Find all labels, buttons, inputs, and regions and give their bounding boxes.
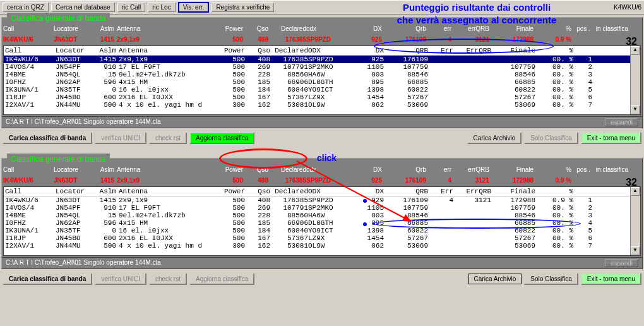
- table-row[interactable]: I2XAV/1JN44MU5004 x 10 el. yagi hm d3001…: [4, 101, 640, 109]
- status-bar-1: C:\A R T I C\Trofeo_ARI\01 Singolo opera…: [2, 116, 642, 128]
- espandi-button-2[interactable]: espandi: [605, 259, 638, 267]
- summary-row-1: IK4WKU/6JN63DT 14152x9,1x9 500408 176385…: [2, 35, 642, 44]
- verifica-unici-button-2[interactable]: verifica UNICI: [95, 273, 146, 285]
- table-row[interactable]: I4VOS/4JN54PF91017 EL F9FT500269107791SP…: [4, 63, 640, 71]
- scroll-down-icon[interactable]: ▼: [631, 246, 640, 255]
- cerca-qrz-button[interactable]: cerca in QRZ: [3, 3, 49, 12]
- panel-classifica-1: Classifica generale di banda CallLocator…: [1, 17, 643, 128]
- table-row[interactable]: I4BMEJN54QL159el.m2+7el.dk7zb50022888560…: [4, 71, 640, 78]
- status-bar-2: C:\A R T I C\Trofeo_ARI\01 Singolo opera…: [2, 257, 642, 269]
- scroll-up-icon[interactable]: ▲: [631, 46, 640, 55]
- carica-archivio-button-2[interactable]: Carica Archivio: [468, 274, 522, 284]
- scroll-up-icon[interactable]: ▲: [631, 187, 640, 196]
- carica-archivio-button-1[interactable]: Carica Archivio: [467, 132, 522, 144]
- aggiorna-classifica-button-2[interactable]: Aggiorna classifica: [189, 273, 254, 285]
- table-row[interactable]: I2XAV/1JN44MU5004 x 10 el. yagi hm d3001…: [4, 242, 640, 250]
- verifica-unici-button-1[interactable]: verifica UNICI: [95, 132, 146, 144]
- table-row[interactable]: IK4WKU/6JN63DT14152x9,1x9500408176385SP9…: [4, 196, 640, 204]
- table-2: CallLocator AslmAntenna PowerQso Declare…: [3, 186, 641, 256]
- solo-classifica-button-1[interactable]: Solo Classifica: [524, 132, 578, 144]
- table-row[interactable]: IK3UNA/1JN35TF016 el. i0jxx50018460840YO…: [4, 86, 640, 94]
- cerca-db-button[interactable]: Cerca nel database: [51, 3, 115, 12]
- table-row[interactable]: I4VOS/4JN54PF91017 EL F9FT500269107791SP…: [4, 204, 640, 212]
- scroll-down-icon[interactable]: ▼: [631, 106, 640, 114]
- blue-dot-1: [363, 199, 367, 203]
- column-headers-2: CallLocatore AslmAntenna PowerQso Declar…: [2, 164, 642, 176]
- panel-title-2: Classifica generale di banda: [7, 154, 110, 165]
- table-row[interactable]: I0FHZJN62AP5964x15 HM50018566906DL0GTH89…: [4, 219, 640, 227]
- table-header-1: CallLocator AslmAntenna PowerQso Declare…: [4, 46, 640, 56]
- table-row[interactable]: IK4WKU/6JN63DT14152x9,1x9500408176385SP9…: [4, 56, 640, 63]
- button-row-2: Carica classifica di banda verifica UNIC…: [0, 270, 644, 287]
- espandi-button-1[interactable]: espandi: [605, 118, 638, 126]
- toolbar-right-text: K4WKU/6: [614, 4, 641, 11]
- carica-classifica-button-1[interactable]: Carica classifica di banda: [3, 132, 92, 144]
- panel-classifica-2: Classifica generale di banda CallLocator…: [1, 158, 643, 269]
- blue-dot-2: [363, 222, 367, 226]
- check-rst-button-2[interactable]: check rst: [149, 273, 187, 285]
- status-path-1: C:\A R T I C\Trofeo_ARI\01 Singolo opera…: [6, 118, 161, 126]
- exit-button-2[interactable]: Exit - torna menu: [581, 273, 641, 285]
- table-row[interactable]: I0FHZJN62AP5964x15 HM50018566906DL0GTH89…: [4, 78, 640, 86]
- registra-button[interactable]: Registra x verifiche: [212, 3, 274, 12]
- annotation-text: Punteggio risultante dai controlliche ve…: [357, 1, 597, 26]
- table-row[interactable]: IK3UNA/1JN35TF016 el. i0jxx50018460840YO…: [4, 227, 640, 234]
- table-row[interactable]: I4BMEJN54QL159el.m2+7el.dk7zb50022888560…: [4, 212, 640, 219]
- check-rst-button-1[interactable]: check rst: [149, 132, 187, 144]
- aggiorna-classifica-button-1[interactable]: Aggiorna classifica: [189, 132, 254, 144]
- button-row-1: Carica classifica di banda verifica UNIC…: [0, 130, 644, 147]
- click-annotation: click: [317, 153, 337, 163]
- ric-loc-button[interactable]: ric Loc: [148, 3, 175, 12]
- solo-classifica-button-2[interactable]: Solo Classifica: [524, 273, 578, 285]
- scrollbar-2[interactable]: ▲ ▼: [630, 187, 640, 255]
- table-1: CallLocator AslmAntenna PowerQso Declare…: [3, 45, 641, 115]
- table-row[interactable]: I1RJPJN45BO6002X16 EL I0JXX50016757367LZ…: [4, 234, 640, 242]
- panel-title-1: Classifica generale di banda: [7, 13, 110, 24]
- summary-row-2: IK4WKU/6JN63DT 14152x9,1x9 500408 176385…: [2, 176, 642, 185]
- table-header-2: CallLocator AslmAntenna PowerQso Declare…: [4, 187, 640, 196]
- table-row[interactable]: I1RJPJN45BO6002X16 EL I0JXX50016757367LZ…: [4, 94, 640, 101]
- exit-button-1[interactable]: Exit - torna menu: [581, 132, 641, 144]
- carica-classifica-button-2[interactable]: Carica classifica di banda: [3, 273, 92, 285]
- vis-err-button[interactable]: Vis. err.: [178, 2, 210, 13]
- status-path-2: C:\A R T I C\Trofeo_ARI\01 Singolo opera…: [6, 259, 161, 267]
- ric-call-button[interactable]: ric Call: [117, 3, 146, 12]
- scrollbar-1[interactable]: ▲ ▼: [630, 46, 640, 114]
